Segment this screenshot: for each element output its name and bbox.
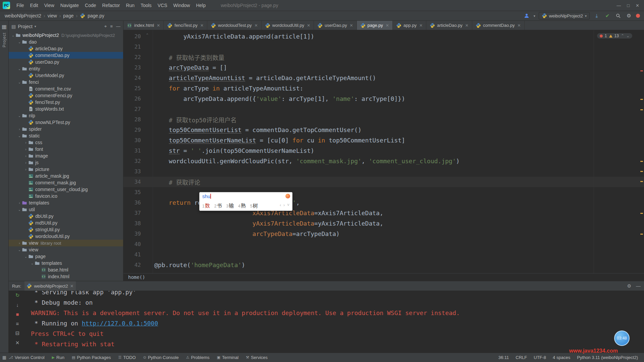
menu-navigate[interactable]: Navigate <box>57 2 82 9</box>
line-number[interactable]: 37 <box>123 210 141 216</box>
menu-tools[interactable]: Tools <box>138 2 155 9</box>
tree-chevron-icon[interactable]: ⌄ <box>17 134 22 138</box>
tree-item-nlp[interactable]: ⌄nlp <box>9 112 123 119</box>
minimize-icon[interactable]: — <box>616 3 621 8</box>
tree-item-wordcloudutil-py[interactable]: wordcloudUtil.py <box>9 233 123 240</box>
tree-item-view[interactable]: ›viewlibrary root <box>9 240 123 246</box>
tree-item-index-html[interactable]: index.html <box>9 273 123 280</box>
tree-item-dbutil-py[interactable]: dbUtil.py <box>9 213 123 220</box>
ime-nav-icon[interactable]: › <box>283 203 285 207</box>
tab-commentdao-py[interactable]: commentDao.py✕ <box>472 21 525 30</box>
line-number[interactable]: 35 <box>123 189 141 195</box>
scroll-down-icon[interactable]: ↓ <box>16 302 19 308</box>
tree-item-css[interactable]: ›css <box>9 139 123 146</box>
collapse-icon[interactable]: ⊟ <box>15 330 20 336</box>
tree-chevron-icon[interactable]: › <box>23 168 28 171</box>
menu-edit[interactable]: Edit <box>27 2 41 9</box>
code-editor[interactable]: 20 yAxis7ArticleData.append(article[1])2… <box>123 30 644 273</box>
maximize-icon[interactable]: □ <box>627 3 630 8</box>
tree-item-js[interactable]: ›js <box>9 159 123 166</box>
tree-item-entity[interactable]: ⌄entity <box>9 65 123 72</box>
menu-file[interactable]: File <box>13 2 27 9</box>
tree-item-comment-fre-csv[interactable]: comment_fre.csv <box>9 85 123 92</box>
tree-chevron-icon[interactable]: ⌄ <box>23 255 28 258</box>
tree-chevron-icon[interactable]: › <box>23 154 28 158</box>
tree-item-picture[interactable]: ›picture <box>9 166 123 173</box>
close-window-icon[interactable]: ✕ <box>636 3 639 8</box>
tree-item-templates[interactable]: ⌄templates <box>9 260 123 266</box>
hide-panel-icon[interactable]: — <box>116 24 120 29</box>
tree-item-templates[interactable]: ›templates <box>9 199 123 206</box>
tree-item-view[interactable]: ⌄view <box>9 246 123 253</box>
ime-candidate-5[interactable]: 5树 <box>250 202 258 209</box>
commit-icon[interactable]: ✔ <box>604 12 611 19</box>
menu-vcs[interactable]: VCS <box>155 2 170 9</box>
line-number[interactable]: 22 <box>123 54 141 60</box>
line-number[interactable]: 31 <box>123 147 141 154</box>
inspections-widget[interactable]: 1 13 ⌃⌄ <box>597 33 633 39</box>
tree-item-base-html[interactable]: base.html <box>9 266 123 273</box>
tree-item-commentdao-py[interactable]: commentDao.py <box>9 52 123 59</box>
tree-item-util[interactable]: ⌄util <box>9 206 123 213</box>
console-link[interactable]: http://127.0.0.1:5000 <box>82 320 158 327</box>
line-number[interactable]: 20 <box>123 33 141 40</box>
settings-gear-icon[interactable]: ⚙ <box>625 12 633 19</box>
tree-item-usermodel-py[interactable]: UserModel.py <box>9 72 123 79</box>
tab-wordcloudutil-py[interactable]: wordcloudUtil.py✕ <box>262 21 314 30</box>
menu-view[interactable]: View <box>41 2 57 9</box>
run-configuration-select[interactable]: weiboNlpProject2 ▾ <box>539 12 590 19</box>
status-value[interactable]: Python 3.11 (weiboNlpProject2) <box>577 355 638 360</box>
line-number[interactable]: 24 <box>123 75 141 81</box>
ime-candidate-4[interactable]: 4熟 <box>238 202 246 209</box>
line-number[interactable]: 33 <box>123 168 141 175</box>
line-number[interactable]: 30 <box>123 137 141 143</box>
tree-item-comment-user-cloud-jpg[interactable]: comment_user_cloud.jpg <box>9 186 123 193</box>
status-value[interactable]: 4 spaces <box>553 355 570 360</box>
breadcrumb-item[interactable]: page <box>63 13 73 18</box>
tree-item-articledao-py[interactable]: articleDao.py <box>9 45 123 52</box>
rerun-icon[interactable]: ↻ <box>15 292 20 298</box>
line-number[interactable]: 41 <box>123 251 141 258</box>
line-number[interactable]: 38 <box>123 220 141 227</box>
menu-run[interactable]: Run <box>123 2 138 9</box>
avatar-dropdown-icon[interactable]: ▾ <box>534 14 535 18</box>
tab-app-py[interactable]: app.py✕ <box>393 21 426 30</box>
close-tab-icon[interactable]: ✕ <box>350 23 353 28</box>
breadcrumb-item[interactable]: page.py <box>88 13 104 18</box>
tree-item-spider[interactable]: ›spider <box>9 126 123 132</box>
menu-refactor[interactable]: Refactor <box>99 2 123 9</box>
ime-candidate-1[interactable]: 1数 <box>202 202 210 209</box>
editor-scrollbar[interactable] <box>640 30 643 273</box>
tree-chevron-icon[interactable]: › <box>23 161 28 165</box>
menu-window[interactable]: Window <box>170 2 193 9</box>
line-number[interactable]: 36 <box>123 199 141 206</box>
tree-item-stringutil-py[interactable]: stringUtil.py <box>9 226 123 233</box>
project-tool-button[interactable]: Project <box>2 33 7 47</box>
line-number[interactable]: 21 <box>123 44 141 50</box>
tree-chevron-icon[interactable]: ⌄ <box>17 114 22 118</box>
tree-item-fencitest-py[interactable]: fenciTest.py <box>9 99 123 106</box>
run-console[interactable]: * Serving Flask app 'app.py' * Debug mod… <box>31 291 644 353</box>
clear-icon[interactable]: ✕ <box>15 340 20 346</box>
menu-code[interactable]: Code <box>82 2 99 9</box>
tab-page-py[interactable]: page.py✕ <box>357 21 393 30</box>
tree-chevron-icon[interactable]: ⌄ <box>17 248 22 252</box>
tree-chevron-icon[interactable]: ⌄ <box>30 261 35 265</box>
tree-item-snownlptest-py[interactable]: snowNLPTest.py <box>9 119 123 126</box>
line-number[interactable]: 25 <box>123 85 141 92</box>
close-tab-icon[interactable]: ✕ <box>518 23 521 28</box>
tree-chevron-icon[interactable]: ⌄ <box>17 208 22 212</box>
locate-file-icon[interactable]: ⌖ <box>104 24 107 29</box>
status-value[interactable]: 36:11 <box>498 355 509 360</box>
tree-item-font[interactable]: ›font <box>9 146 123 153</box>
tree-chevron-icon[interactable]: ⌄ <box>17 40 22 44</box>
tree-item-image[interactable]: ›image <box>9 153 123 159</box>
close-icon[interactable]: ✕ <box>70 284 74 289</box>
tree-item-userdao-py[interactable]: userDao.py <box>9 59 123 65</box>
tab-articledao-py[interactable]: articleDao.py✕ <box>426 21 472 30</box>
tab-fencitest-py[interactable]: fenciTest.py✕ <box>164 21 207 30</box>
ime-candidate-3[interactable]: 3输 <box>226 202 234 209</box>
line-number[interactable]: 26 <box>123 96 141 102</box>
tree-item-commentfenci-py[interactable]: commentFenci.py <box>9 92 123 99</box>
search-everywhere-icon[interactable] <box>614 12 622 19</box>
